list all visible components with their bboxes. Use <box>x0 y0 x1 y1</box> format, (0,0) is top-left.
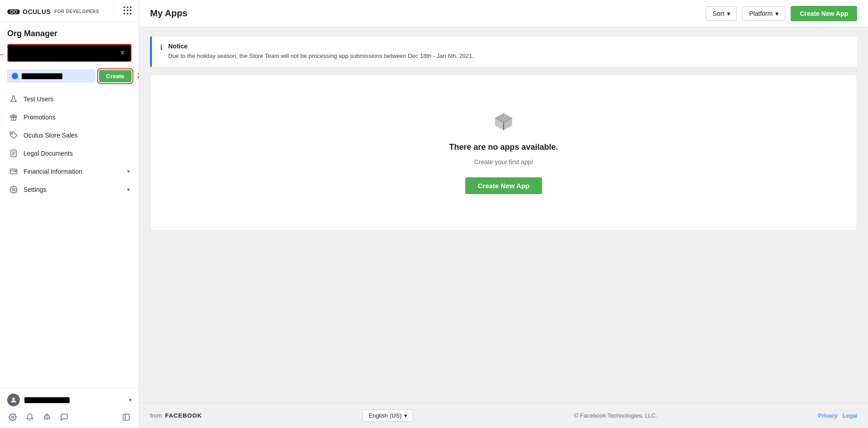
radio-selected-icon <box>12 73 18 79</box>
org-option-item <box>7 69 95 83</box>
document-icon <box>9 149 18 158</box>
platform-button[interactable]: Platform ▾ <box>742 6 785 21</box>
svg-rect-12 <box>127 13 128 14</box>
svg-point-24 <box>12 416 14 418</box>
svg-rect-26 <box>123 414 129 420</box>
sidebar-item-store-sales[interactable]: Oculus Store Sales <box>0 126 139 144</box>
sidebar-item-financial[interactable]: Financial Information ▾ <box>0 162 139 181</box>
svg-rect-13 <box>130 13 132 14</box>
bug-icon[interactable] <box>42 412 52 423</box>
info-icon: ℹ <box>160 43 163 52</box>
svg-point-22 <box>13 189 15 191</box>
org-option-name <box>22 73 62 79</box>
grid-icon[interactable] <box>123 6 132 17</box>
sidebar-item-test-users-label: Test Users <box>24 95 130 103</box>
oculus-logo-icon <box>7 8 20 16</box>
sidebar-item-settings[interactable]: Settings ▾ <box>0 181 139 199</box>
sidebar-header: OCULUS FOR DEVELOPERS <box>0 0 139 22</box>
svg-rect-5 <box>123 6 125 8</box>
language-selector[interactable]: English (US) ▾ <box>363 409 413 422</box>
svg-point-16 <box>11 133 12 134</box>
svg-rect-9 <box>127 10 128 11</box>
footer-facebook-label: FACEBOOK <box>165 412 202 419</box>
oculus-wordmark: OCULUS <box>23 8 51 15</box>
empty-state-title: There are no apps available. <box>449 143 558 152</box>
settings-footer-icon[interactable] <box>7 412 18 423</box>
sidebar-content: Org Manager 1. ▼ Create <box>0 22 139 388</box>
org-select-value[interactable] <box>8 45 131 61</box>
sidebar-item-financial-label: Financial Information <box>24 168 122 175</box>
step1-label: 1. <box>0 49 3 57</box>
for-developers-label: FOR DEVELOPERS <box>54 9 99 14</box>
notice-title: Notice <box>168 43 474 50</box>
org-manager-title: Org Manager <box>7 29 132 38</box>
settings-nav-icon <box>9 185 18 194</box>
svg-point-4 <box>14 10 17 13</box>
org-dropdown-panel: Create 2. <box>7 69 132 83</box>
gift-icon <box>9 113 18 122</box>
oculus-logo: OCULUS FOR DEVELOPERS <box>7 8 99 16</box>
top-bar-actions: Sort ▾ Platform ▾ Create New App <box>706 6 857 21</box>
language-chevron-icon: ▾ <box>404 412 407 419</box>
financial-chevron-icon: ▾ <box>127 168 130 175</box>
step2-label: 2. <box>137 72 139 80</box>
flask-icon <box>9 95 18 104</box>
user-name <box>24 397 70 403</box>
svg-rect-8 <box>123 10 125 11</box>
svg-point-23 <box>12 398 14 400</box>
sidebar-item-promotions[interactable]: Promotions <box>0 108 139 126</box>
page-title: My Apps <box>150 8 188 19</box>
create-btn-container: Create 2. <box>99 70 132 82</box>
legal-link[interactable]: Legal <box>843 412 857 419</box>
sort-chevron-icon: ▾ <box>727 10 730 17</box>
empty-state: There are no apps available. Create your… <box>150 74 857 231</box>
tag-icon <box>9 131 18 140</box>
svg-rect-6 <box>127 6 128 8</box>
main-footer: from FACEBOOK English (US) ▾ © Facebook … <box>139 403 868 428</box>
notice-bar: ℹ Notice Due to the holiday season, the … <box>150 36 857 67</box>
nav-items: Test Users Promotions <box>0 86 139 202</box>
empty-state-create-button[interactable]: Create New App <box>465 177 542 194</box>
org-select-wrapper: ▼ <box>7 44 132 62</box>
sidebar-footer: ▾ <box>0 388 139 428</box>
user-chevron-icon: ▾ <box>129 397 132 403</box>
sidebar-item-promotions-label: Promotions <box>24 114 130 121</box>
user-row: ▾ <box>7 394 132 406</box>
footer-from: from FACEBOOK <box>150 412 202 419</box>
sort-button[interactable]: Sort ▾ <box>706 6 737 21</box>
sidebar-item-legal-docs-label: Legal Documents <box>24 150 130 157</box>
notice-text: Due to the holiday season, the Store Tea… <box>168 52 474 61</box>
language-label: English (US) <box>368 412 401 419</box>
privacy-link[interactable]: Privacy <box>818 412 838 419</box>
top-bar: My Apps Sort ▾ Platform ▾ Create New App <box>139 0 868 27</box>
sidebar-item-settings-label: Settings <box>24 186 122 193</box>
org-manager-section: Org Manager 1. ▼ <box>0 29 139 69</box>
settings-chevron-icon: ▾ <box>127 186 130 193</box>
bell-icon[interactable] <box>24 412 35 423</box>
sidebar: OCULUS FOR DEVELOPERS Org Manager 1. <box>0 0 139 428</box>
sidebar-item-legal-docs[interactable]: Legal Documents <box>0 144 139 162</box>
footer-icons <box>7 412 132 423</box>
create-button[interactable]: Create <box>99 70 132 82</box>
box-icon <box>493 111 514 133</box>
footer-from-label: from <box>150 412 162 419</box>
sort-label: Sort <box>712 10 724 17</box>
content-area: ℹ Notice Due to the holiday season, the … <box>139 27 868 403</box>
footer-copyright: © Facebook Technologies, LLC. <box>574 412 657 419</box>
avatar <box>7 394 20 406</box>
chat-icon[interactable] <box>59 412 70 423</box>
main-content: My Apps Sort ▾ Platform ▾ Create New App… <box>139 0 868 428</box>
svg-rect-7 <box>130 6 132 8</box>
svg-rect-11 <box>123 13 125 14</box>
empty-state-subtitle: Create your first app! <box>474 158 533 166</box>
create-new-app-button[interactable]: Create New App <box>791 6 857 21</box>
platform-label: Platform <box>749 10 773 17</box>
sidebar-item-test-users[interactable]: Test Users <box>0 90 139 108</box>
notice-content: Notice Due to the holiday season, the St… <box>168 43 474 61</box>
svg-point-3 <box>10 10 13 13</box>
svg-rect-10 <box>130 10 132 11</box>
panels-icon[interactable] <box>121 412 132 423</box>
wallet-icon <box>9 167 18 176</box>
platform-chevron-icon: ▾ <box>775 10 778 17</box>
footer-links: Privacy Legal <box>818 412 857 419</box>
